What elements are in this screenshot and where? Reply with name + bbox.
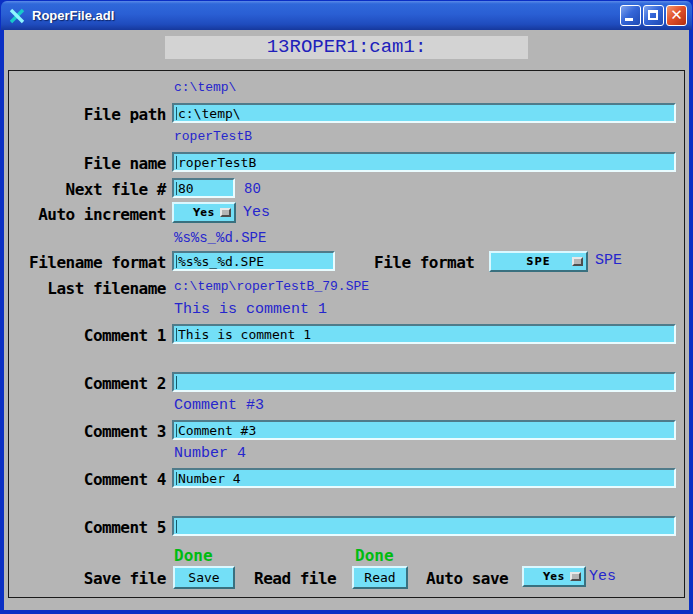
comment4-label: Comment 4 — [6, 470, 166, 489]
last-filename-readback: c:\temp\roperTestB_79.SPE — [174, 279, 369, 294]
file-format-selected: SPE — [526, 256, 550, 267]
filename-format-readback: %s%s_%d.SPE — [174, 230, 266, 246]
menu-handle-icon — [572, 257, 583, 266]
medm-x-icon[interactable] — [8, 7, 26, 25]
auto-save-menu[interactable]: Yes — [522, 566, 586, 587]
next-file-input[interactable] — [172, 178, 235, 198]
read-button[interactable]: Read — [352, 566, 408, 589]
comment3-input[interactable] — [172, 420, 676, 440]
read-file-label: Read file — [254, 569, 336, 588]
file-name-input[interactable] — [172, 152, 676, 172]
filename-format-label: Filename format — [6, 253, 166, 272]
maximize-button[interactable] — [643, 5, 664, 26]
comment3-label: Comment 3 — [6, 422, 166, 441]
next-file-readback: 80 — [244, 181, 261, 197]
auto-save-label: Auto save — [426, 569, 508, 588]
read-status: Done — [355, 546, 394, 565]
auto-save-readback: Yes — [589, 568, 616, 585]
minimize-icon — [625, 18, 633, 21]
filename-format-input[interactable] — [172, 251, 335, 271]
comment1-input[interactable] — [172, 324, 676, 344]
file-name-label: File name — [6, 154, 166, 173]
last-filename-label: Last filename — [6, 279, 166, 298]
close-icon: ✕ — [667, 6, 686, 25]
close-button[interactable]: ✕ — [666, 5, 687, 26]
auto-increment-menu[interactable]: Yes — [172, 202, 236, 223]
comment4-readback: Number 4 — [174, 445, 246, 462]
comment2-input[interactable] — [172, 372, 676, 392]
minimize-button[interactable] — [620, 5, 641, 26]
auto-save-selected: Yes — [543, 571, 565, 582]
file-name-readback: roperTestB — [174, 129, 252, 144]
medm-window: RoperFile.adl ✕ 13ROPER1:cam1: c:\temp\ … — [0, 0, 693, 614]
file-path-input[interactable] — [172, 103, 676, 123]
file-format-readback: SPE — [595, 252, 622, 269]
comment1-readback: This is comment 1 — [174, 301, 327, 318]
auto-increment-selected: Yes — [193, 207, 215, 218]
comment1-label: Comment 1 — [6, 326, 166, 345]
maximize-icon — [648, 10, 658, 20]
file-format-menu[interactable]: SPE — [489, 251, 588, 272]
auto-increment-label: Auto increment — [6, 205, 166, 224]
save-button[interactable]: Save — [173, 566, 235, 589]
save-file-label: Save file — [6, 569, 166, 588]
save-status: Done — [174, 546, 213, 565]
file-path-label: File path — [6, 105, 166, 124]
next-file-label: Next file # — [6, 180, 166, 199]
auto-increment-readback: Yes — [243, 204, 270, 221]
titlebar[interactable]: RoperFile.adl ✕ — [1, 1, 692, 30]
window-title: RoperFile.adl — [32, 8, 620, 23]
menu-handle-icon — [570, 572, 581, 581]
page-title: 13ROPER1:cam1: — [165, 36, 528, 59]
comment4-input[interactable] — [172, 468, 676, 488]
file-format-label: File format — [374, 253, 474, 272]
comment5-input[interactable] — [172, 516, 676, 536]
comment2-label: Comment 2 — [6, 374, 166, 393]
file-path-readback: c:\temp\ — [174, 80, 236, 95]
comment5-label: Comment 5 — [6, 518, 166, 537]
comment3-readback: Comment #3 — [174, 397, 264, 414]
menu-handle-icon — [220, 208, 231, 217]
